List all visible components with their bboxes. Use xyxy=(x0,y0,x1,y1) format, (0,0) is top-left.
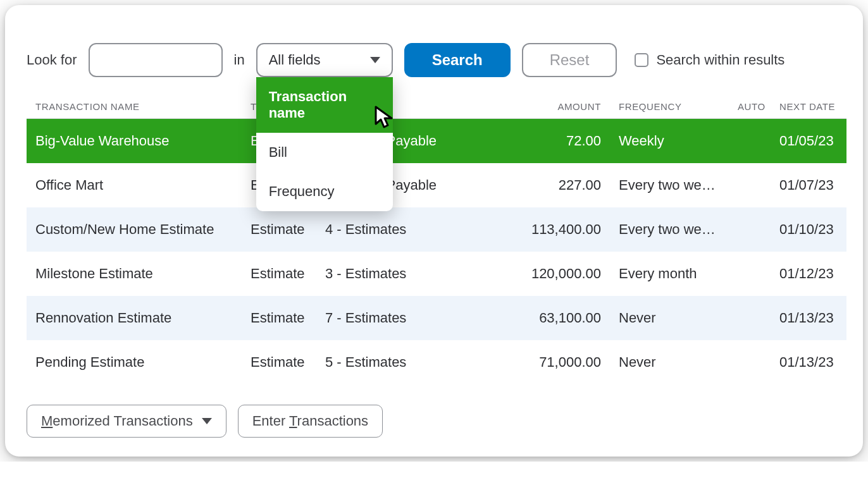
cell-nextDate: 01/13/23 xyxy=(771,340,846,384)
cell-name: Rennovation Estimate xyxy=(27,296,242,340)
transactions-table: TRANSACTION NAME TYPE ACCOUNT AMOUNT FRE… xyxy=(27,95,846,384)
cell-nextDate: 01/13/23 xyxy=(771,296,846,340)
cell-type: Estimate xyxy=(242,207,316,252)
enter-transactions-button-label: Enter Transactions xyxy=(252,413,368,429)
cell-account: 4 - Estimates xyxy=(316,207,486,252)
table-header-row: TRANSACTION NAME TYPE ACCOUNT AMOUNT FRE… xyxy=(27,95,846,119)
reset-button[interactable]: Reset xyxy=(522,43,617,77)
transactions-table-wrap: TRANSACTION NAME TYPE ACCOUNT AMOUNT FRE… xyxy=(5,95,863,384)
search-bar: Look for in All fields Transaction nameB… xyxy=(5,5,863,95)
cell-name: Office Mart xyxy=(27,163,242,207)
col-auto[interactable]: AUTO xyxy=(729,95,771,119)
cell-auto xyxy=(729,207,771,252)
search-button[interactable]: Search xyxy=(404,43,511,77)
cell-auto xyxy=(729,119,771,164)
table-row[interactable]: Milestone EstimateEstimate3 - Estimates1… xyxy=(27,252,846,296)
field-select-dropdown: Transaction nameBillFrequency xyxy=(256,77,393,211)
search-input[interactable] xyxy=(89,43,223,77)
col-name[interactable]: TRANSACTION NAME xyxy=(27,95,242,119)
table-row[interactable]: Pending EstimateEstimate5 - Estimates71,… xyxy=(27,340,846,384)
enter-transactions-button[interactable]: Enter Transactions xyxy=(238,405,383,438)
search-within-results-checkbox[interactable] xyxy=(635,53,648,67)
cell-auto xyxy=(729,163,771,207)
memorized-transactions-button-label: Memorized Transactions xyxy=(41,413,193,429)
cell-frequency: Never xyxy=(610,296,729,340)
cell-auto xyxy=(729,252,771,296)
look-for-label: Look for xyxy=(27,52,77,68)
dropdown-item[interactable]: Frequency xyxy=(256,172,393,211)
memorized-transactions-window: Look for in All fields Transaction nameB… xyxy=(5,5,863,457)
cell-account: 5 - Estimates xyxy=(316,340,486,384)
cell-frequency: Weekly xyxy=(610,119,729,164)
field-select-value: All fields xyxy=(269,52,321,68)
cell-auto xyxy=(729,296,771,340)
cell-account: 3 - Estimates xyxy=(316,252,486,296)
cell-name: Pending Estimate xyxy=(27,340,242,384)
col-frequency[interactable]: FREQUENCY xyxy=(610,95,729,119)
cell-frequency: Every month xyxy=(610,252,729,296)
cell-nextDate: 01/10/23 xyxy=(771,207,846,252)
footer-buttons: Memorized Transactions Enter Transaction… xyxy=(5,384,863,438)
cell-amount: 227.00 xyxy=(486,163,610,207)
cell-amount: 113,400.00 xyxy=(486,207,610,252)
chevron-down-icon xyxy=(202,418,212,424)
search-within-results-label: Search within results xyxy=(656,52,784,68)
field-select-wrap: All fields Transaction nameBillFrequency xyxy=(256,43,393,77)
chevron-down-icon xyxy=(370,57,380,63)
table-row[interactable]: Custom/New Home EstimateEstimate4 - Esti… xyxy=(27,207,846,252)
cell-type: Estimate xyxy=(242,296,316,340)
cell-amount: 71,000.00 xyxy=(486,340,610,384)
cell-type: Estimate xyxy=(242,340,316,384)
cell-frequency: Every two weeks xyxy=(610,207,729,252)
cell-amount: 72.00 xyxy=(486,119,610,164)
cell-amount: 120,000.00 xyxy=(486,252,610,296)
cell-auto xyxy=(729,340,771,384)
cell-name: Custom/New Home Estimate xyxy=(27,207,242,252)
cell-frequency: Every two weeks xyxy=(610,163,729,207)
dropdown-item[interactable]: Transaction name xyxy=(256,77,393,133)
col-amount[interactable]: AMOUNT xyxy=(486,95,610,119)
cell-name: Milestone Estimate xyxy=(27,252,242,296)
table-row[interactable]: Big-Value WarehouseEstimateAccounts Paya… xyxy=(27,119,846,164)
dropdown-item[interactable]: Bill xyxy=(256,133,393,172)
cell-nextDate: 01/07/23 xyxy=(771,163,846,207)
memorized-transactions-button[interactable]: Memorized Transactions xyxy=(27,405,226,438)
cell-amount: 63,100.00 xyxy=(486,296,610,340)
cell-name: Big-Value Warehouse xyxy=(27,119,242,164)
table-row[interactable]: Rennovation EstimateEstimate7 - Estimate… xyxy=(27,296,846,340)
col-next-date[interactable]: NEXT DATE xyxy=(771,95,846,119)
cell-account: 7 - Estimates xyxy=(316,296,486,340)
field-select[interactable]: All fields xyxy=(256,43,393,77)
search-within-results-wrap[interactable]: Search within results xyxy=(635,52,784,68)
cell-nextDate: 01/12/23 xyxy=(771,252,846,296)
in-label: in xyxy=(234,52,245,68)
cell-type: Estimate xyxy=(242,252,316,296)
cell-frequency: Never xyxy=(610,340,729,384)
table-row[interactable]: Office MartEstimateAccounts Payable227.0… xyxy=(27,163,846,207)
cell-nextDate: 01/05/23 xyxy=(771,119,846,164)
